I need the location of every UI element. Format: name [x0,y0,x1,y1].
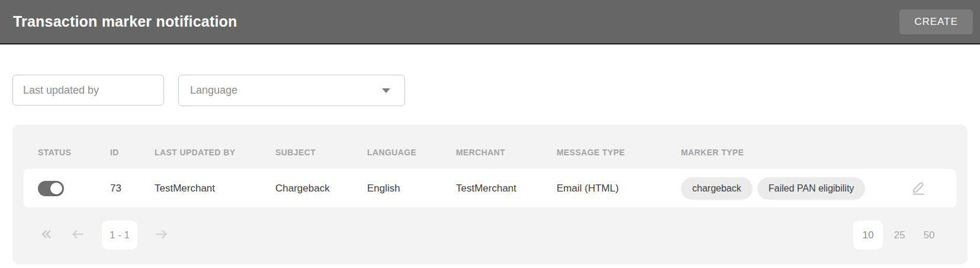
pager-controls: 1 - 1 [38,221,169,250]
app-header: Transaction marker notification CREATE [0,0,980,44]
column-header-status: STATUS [38,148,110,157]
marker-type-chip: Failed PAN eligibility [757,177,866,200]
table-row: 73 TestMerchant Chargeback English TestM… [24,169,956,208]
first-page-button[interactable] [38,228,53,243]
id-cell: 73 [110,183,155,194]
marker-type-cell: chargeback Failed PAN eligibility [681,177,895,200]
last-updated-by-input[interactable] [12,75,164,106]
marker-type-chip: chargeback [681,177,753,200]
page-size-selector: 10 25 50 [853,221,942,250]
column-header-message-type: MESSAGE TYPE [557,148,681,157]
create-button[interactable]: CREATE [899,9,973,34]
page-size-50[interactable]: 50 [916,229,942,241]
column-header-language: LANGUAGE [367,148,456,157]
status-cell [38,181,110,196]
pagination-bar: 1 - 1 10 25 50 [24,221,956,250]
filters-bar: Language [12,75,980,106]
table-header-row: STATUS ID LAST UPDATED BY SUBJECT LANGUA… [24,125,956,169]
page-title: Transaction marker notification [13,13,237,30]
column-header-subject: SUBJECT [275,148,367,157]
pencil-icon [911,188,926,197]
edit-button[interactable] [908,177,928,199]
column-header-id: ID [110,148,155,157]
notifications-table-panel: STATUS ID LAST UPDATED BY SUBJECT LANGUA… [12,125,968,264]
previous-page-button[interactable] [70,228,85,243]
last-updated-by-cell: TestMerchant [155,183,275,194]
merchant-cell: TestMerchant [456,183,557,194]
language-select-label: Language [190,84,237,97]
page-range-indicator: 1 - 1 [102,221,137,250]
toggle-knob [50,183,62,194]
double-chevron-left-icon [38,226,53,244]
column-header-merchant: MERCHANT [456,148,557,157]
status-toggle-on[interactable] [38,181,64,196]
column-header-last-updated-by: LAST UPDATED BY [155,148,275,157]
arrow-right-icon [154,226,169,244]
language-select[interactable]: Language [178,75,405,106]
message-type-cell: Email (HTML) [557,183,681,194]
next-page-button[interactable] [154,228,169,243]
page-size-25[interactable]: 25 [886,229,912,241]
actions-cell [895,177,942,199]
arrow-left-icon [70,226,85,244]
caret-down-icon [382,88,390,93]
subject-cell: Chargeback [275,183,367,194]
language-cell: English [367,183,456,194]
column-header-marker-type: MARKER TYPE [681,148,895,157]
page-size-10-selected[interactable]: 10 [853,221,883,250]
